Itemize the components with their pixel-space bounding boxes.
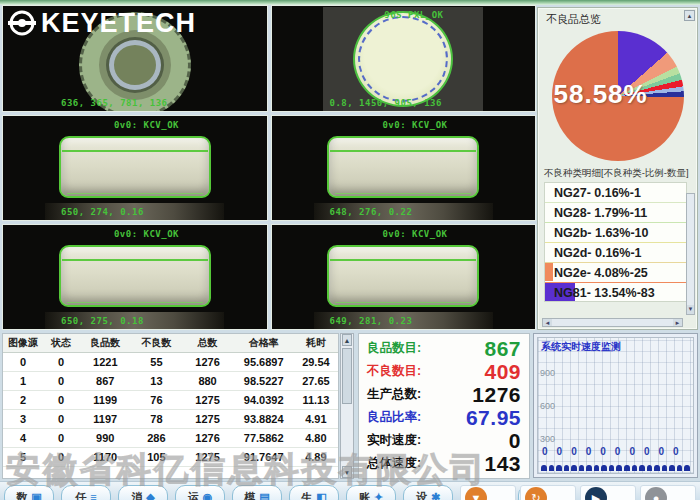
scroll-down-icon[interactable]: ▼ — [342, 466, 352, 478]
speed-chart-plot: 系统实时速度监测 900 600 300 0000000000 — [537, 337, 694, 474]
table-cell: 1199 — [79, 390, 131, 409]
cap-top-view — [353, 11, 453, 107]
table-header-6: 耗时 — [294, 334, 338, 352]
system-control-power-orange-2[interactable]: ↻ — [520, 485, 576, 500]
taskbar-button-icon: ◆ — [146, 491, 154, 500]
scrollbar-thumb[interactable] — [342, 348, 352, 404]
table-cell: 76 — [131, 390, 181, 409]
taskbar-button-icon: ◧ — [316, 491, 326, 500]
taskbar-button-icon: ≡ — [90, 491, 96, 500]
taskbar-button-设[interactable]: 设✱ — [403, 485, 453, 500]
table-row[interactable]: 30119778127593.88244.91 — [3, 409, 338, 428]
stat-value: 409 — [484, 360, 521, 384]
speed-dot — [639, 465, 645, 471]
defect-type-list[interactable]: NG27- 0.16%-1NG28- 1.79%-11NG2b- 1.63%-1… — [544, 182, 687, 302]
scroll-left-icon[interactable]: ◄ — [543, 319, 552, 326]
system-control-power-navy[interactable]: ▶ — [580, 485, 636, 500]
table-row[interactable]: 501170105127591.76474.89 — [3, 447, 338, 466]
taskbar-button-label: 任 — [75, 490, 86, 500]
taskbar-button-icon: ✦ — [374, 491, 383, 500]
table-vscrollbar[interactable]: ▲ ▼ — [340, 333, 354, 479]
scroll-up-icon[interactable]: ▲ — [684, 10, 695, 21]
taskbar-button-生[interactable]: 生◧ — [289, 485, 339, 500]
table-cell: 3 — [3, 409, 43, 428]
taskbar-button-模[interactable]: 模▤ — [232, 485, 282, 500]
table-cell: 286 — [131, 428, 181, 447]
table-cell: 1276 — [181, 428, 233, 447]
stat-value: 1276 — [472, 383, 521, 407]
defect-list-vscrollbar[interactable]: ▼ — [686, 193, 695, 315]
camera-stage — [323, 7, 483, 111]
system-control-power-gray[interactable]: ● — [640, 485, 696, 500]
cap-side-view — [59, 245, 211, 307]
taskbar-button-账[interactable]: 账✦ — [346, 485, 396, 500]
pie-center-label: 58.58% — [554, 79, 648, 110]
y-tick-300: 300 — [540, 434, 555, 444]
speed-dot — [579, 465, 585, 471]
taskbar-button-数[interactable]: 数▣ — [4, 485, 54, 500]
table-row[interactable]: 00122155127695.689729.54 — [3, 352, 338, 371]
scroll-down-icon[interactable]: ▼ — [687, 305, 694, 314]
defect-list-item[interactable]: NG2d- 0.16%-1 — [545, 243, 686, 263]
taskbar-button-label: 账 — [359, 490, 370, 500]
defect-label: NG2e- 4.08%-25 — [554, 266, 648, 280]
stat-label: 实时速度: — [367, 432, 421, 449]
table-cell: 78 — [131, 409, 181, 428]
defect-list-item[interactable]: NG2b- 1.63%-10 — [545, 223, 686, 243]
camera-view-5[interactable]: 0v0: KCV_OK 650, 275, 0.18 — [2, 224, 268, 330]
camera-coords-text: 650, 274, 0.16 — [61, 207, 144, 217]
table-cell: 880 — [181, 371, 233, 390]
scroll-right-icon[interactable]: ► — [673, 319, 682, 326]
table-row[interactable]: 108671388098.522727.65 — [3, 371, 338, 390]
table-cell: 5 — [3, 447, 43, 466]
defect-list-item[interactable]: NG2e- 4.08%-25 — [545, 263, 686, 283]
speed-dot — [564, 465, 570, 471]
defect-pie-chart: 58.58% — [552, 31, 684, 161]
camera-view-4[interactable]: 0v0: KCV_OK 648, 276, 0.22 — [271, 115, 537, 221]
defect-list-item[interactable]: NG81- 13.54%-83 — [545, 283, 686, 302]
defect-label: NG27- 0.16%-1 — [554, 186, 641, 200]
production-stats-panel: 良品数目:867不良数目:409生产总数:1276良品比率:67.95实时速度:… — [358, 333, 530, 479]
taskbar-button-label: 设 — [416, 490, 427, 500]
taskbar-button-运[interactable]: 运◉ — [175, 485, 225, 500]
camera-view-3[interactable]: 0v0: KCV_OK 650, 274, 0.16 — [2, 115, 268, 221]
table-header-1: 状态 — [43, 334, 79, 352]
table-cell: 93.8824 — [234, 409, 294, 428]
speed-dot — [616, 465, 622, 471]
table-cell: 0 — [43, 447, 79, 466]
table-header-0: 图像源 — [3, 334, 43, 352]
power-navy-icon: ▶ — [585, 487, 607, 500]
top-green-strip — [0, 0, 700, 5]
table-row[interactable]: 40990286127677.58624.80 — [3, 428, 338, 447]
table-cell: 95.6897 — [234, 352, 294, 371]
stat-row: 良品比率:67.95 — [367, 406, 521, 429]
table-cell: 867 — [79, 371, 131, 390]
table-row[interactable]: 20119976127594.039211.13 — [3, 390, 338, 409]
taskbar-button-任[interactable]: 任≡ — [61, 485, 111, 500]
system-control-power-orange-1[interactable]: ▼ — [460, 485, 516, 500]
camera-grid: KEYETECH 636, 365, 781, 136 965 PXL_OK 0… — [2, 5, 536, 330]
taskbar-button-icon: ▣ — [31, 491, 41, 500]
defect-list-item[interactable]: NG27- 0.16%-1 — [545, 183, 686, 203]
table-cell: 0 — [43, 371, 79, 390]
defect-list-hscrollbar[interactable]: ◄ ► — [542, 318, 683, 327]
camera-view-1[interactable]: KEYETECH 636, 365, 781, 136 — [2, 5, 268, 112]
stat-label: 生产总数: — [367, 386, 421, 403]
vision-inspection-app: KEYETECH 636, 365, 781, 136 965 PXL_OK 0… — [0, 0, 700, 500]
stat-row: 生产总数:1276 — [367, 383, 521, 406]
taskbar-button-消[interactable]: 消◆ — [118, 485, 168, 500]
camera-view-6[interactable]: 0v0: KCV_OK 649, 281, 0.23 — [271, 224, 537, 330]
camera-coords-text: 636, 365, 781, 136 — [61, 98, 168, 108]
speed-dot — [662, 465, 668, 471]
table-cell: 29.54 — [294, 352, 338, 371]
camera-view-2[interactable]: 965 PXL_OK 0.8, 1450, 905, 136 — [271, 5, 537, 112]
defect-list-item[interactable]: NG28- 1.79%-11 — [545, 203, 686, 223]
defect-label: NG2d- 0.16%-1 — [554, 246, 642, 260]
taskbar-button-label: 消 — [131, 490, 142, 500]
table-cell: 0 — [43, 352, 79, 371]
y-tick-900: 900 — [540, 368, 555, 378]
scroll-up-icon[interactable]: ▲ — [342, 334, 352, 346]
camera-status-text: 965 PXL_OK — [384, 10, 443, 20]
table-cell: 1275 — [181, 447, 233, 466]
speed-dot — [601, 465, 607, 471]
